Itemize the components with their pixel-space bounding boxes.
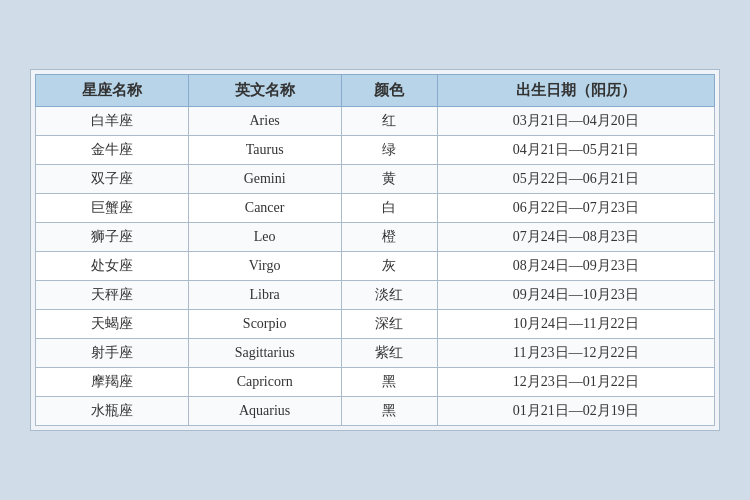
table-row: 巨蟹座Cancer白06月22日—07月23日 [36, 194, 715, 223]
cell-row2-col0: 双子座 [36, 165, 189, 194]
header-chinese-name: 星座名称 [36, 75, 189, 107]
cell-row9-col2: 黑 [341, 368, 437, 397]
cell-row6-col3: 09月24日—10月23日 [437, 281, 714, 310]
cell-row6-col1: Libra [188, 281, 341, 310]
table-row: 双子座Gemini黄05月22日—06月21日 [36, 165, 715, 194]
cell-row9-col1: Capricorn [188, 368, 341, 397]
header-color: 颜色 [341, 75, 437, 107]
header-english-name: 英文名称 [188, 75, 341, 107]
cell-row4-col2: 橙 [341, 223, 437, 252]
zodiac-table: 星座名称 英文名称 颜色 出生日期（阳历） 白羊座Aries红03月21日—04… [35, 74, 715, 426]
cell-row5-col3: 08月24日—09月23日 [437, 252, 714, 281]
cell-row7-col3: 10月24日—11月22日 [437, 310, 714, 339]
cell-row2-col1: Gemini [188, 165, 341, 194]
cell-row8-col0: 射手座 [36, 339, 189, 368]
cell-row3-col3: 06月22日—07月23日 [437, 194, 714, 223]
cell-row6-col2: 淡红 [341, 281, 437, 310]
table-row: 白羊座Aries红03月21日—04月20日 [36, 107, 715, 136]
table-row: 射手座Sagittarius紫红11月23日—12月22日 [36, 339, 715, 368]
cell-row4-col0: 狮子座 [36, 223, 189, 252]
cell-row3-col2: 白 [341, 194, 437, 223]
cell-row4-col3: 07月24日—08月23日 [437, 223, 714, 252]
cell-row3-col1: Cancer [188, 194, 341, 223]
cell-row5-col2: 灰 [341, 252, 437, 281]
cell-row0-col3: 03月21日—04月20日 [437, 107, 714, 136]
cell-row9-col0: 摩羯座 [36, 368, 189, 397]
cell-row8-col3: 11月23日—12月22日 [437, 339, 714, 368]
cell-row1-col2: 绿 [341, 136, 437, 165]
cell-row3-col0: 巨蟹座 [36, 194, 189, 223]
table-row: 狮子座Leo橙07月24日—08月23日 [36, 223, 715, 252]
cell-row4-col1: Leo [188, 223, 341, 252]
cell-row1-col3: 04月21日—05月21日 [437, 136, 714, 165]
cell-row0-col2: 红 [341, 107, 437, 136]
cell-row10-col2: 黑 [341, 397, 437, 426]
cell-row6-col0: 天秤座 [36, 281, 189, 310]
cell-row10-col3: 01月21日—02月19日 [437, 397, 714, 426]
table-header-row: 星座名称 英文名称 颜色 出生日期（阳历） [36, 75, 715, 107]
cell-row5-col0: 处女座 [36, 252, 189, 281]
cell-row0-col0: 白羊座 [36, 107, 189, 136]
cell-row10-col0: 水瓶座 [36, 397, 189, 426]
cell-row0-col1: Aries [188, 107, 341, 136]
cell-row7-col2: 深红 [341, 310, 437, 339]
table-row: 金牛座Taurus绿04月21日—05月21日 [36, 136, 715, 165]
cell-row7-col0: 天蝎座 [36, 310, 189, 339]
cell-row5-col1: Virgo [188, 252, 341, 281]
cell-row7-col1: Scorpio [188, 310, 341, 339]
cell-row9-col3: 12月23日—01月22日 [437, 368, 714, 397]
header-dates: 出生日期（阳历） [437, 75, 714, 107]
table-row: 天蝎座Scorpio深红10月24日—11月22日 [36, 310, 715, 339]
table-body: 白羊座Aries红03月21日—04月20日金牛座Taurus绿04月21日—0… [36, 107, 715, 426]
zodiac-table-container: 星座名称 英文名称 颜色 出生日期（阳历） 白羊座Aries红03月21日—04… [30, 69, 720, 431]
table-row: 天秤座Libra淡红09月24日—10月23日 [36, 281, 715, 310]
cell-row8-col2: 紫红 [341, 339, 437, 368]
cell-row8-col1: Sagittarius [188, 339, 341, 368]
cell-row10-col1: Aquarius [188, 397, 341, 426]
cell-row2-col3: 05月22日—06月21日 [437, 165, 714, 194]
table-row: 水瓶座Aquarius黑01月21日—02月19日 [36, 397, 715, 426]
cell-row2-col2: 黄 [341, 165, 437, 194]
table-row: 摩羯座Capricorn黑12月23日—01月22日 [36, 368, 715, 397]
cell-row1-col1: Taurus [188, 136, 341, 165]
table-row: 处女座Virgo灰08月24日—09月23日 [36, 252, 715, 281]
cell-row1-col0: 金牛座 [36, 136, 189, 165]
